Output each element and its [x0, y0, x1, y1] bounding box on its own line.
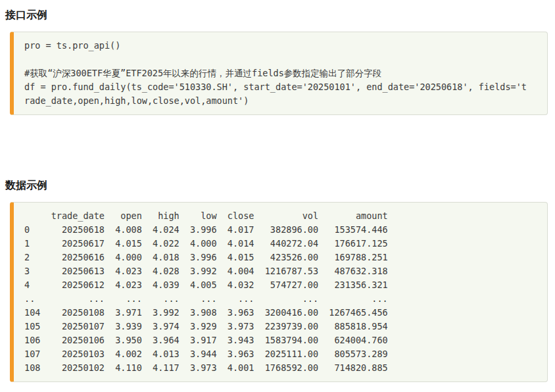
data-example-output: trade_date open high low close vol amoun…	[24, 209, 537, 375]
data-example-heading: 数据示例	[5, 179, 555, 191]
interface-example-code: pro = ts.pro_api() #获取“沪深300ETF华夏”ETF202…	[24, 39, 537, 108]
interface-example-section: 接口示例 pro = ts.pro_api() #获取“沪深300ETF华夏”E…	[0, 9, 555, 115]
data-example-code-block: trade_date open high low close vol amoun…	[10, 202, 548, 382]
interface-example-code-block: pro = ts.pro_api() #获取“沪深300ETF华夏”ETF202…	[10, 32, 548, 115]
data-example-section: 数据示例 trade_date open high low close vol …	[0, 179, 555, 382]
interface-example-heading: 接口示例	[5, 9, 555, 21]
